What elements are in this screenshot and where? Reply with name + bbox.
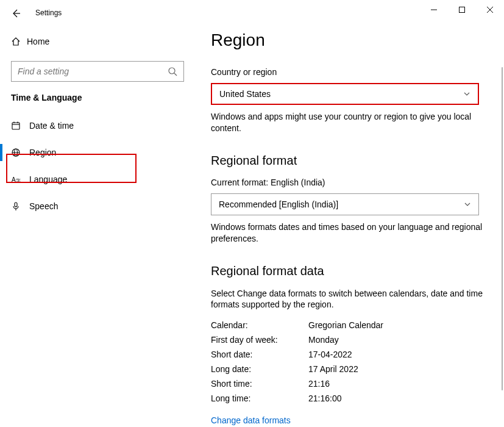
sidebar: Home Time & Language Date & time Region … [0,29,195,220]
table-row: Long date:17 April 2022 [211,362,497,376]
sidebar-item-region[interactable]: Region [0,139,195,166]
sidebar-item-date-time[interactable]: Date & time [0,112,195,139]
format-desc: Windows formats dates and times based on… [211,221,485,245]
table-row: Long time:21:16:00 [211,391,497,406]
svg-rect-1 [460,7,465,13]
table-row: Short time:21:16 [211,376,497,391]
home-label: Home [27,37,49,46]
svg-text:A: A [12,176,16,183]
search-icon [168,66,177,76]
country-label: Country or region [211,67,497,77]
svg-point-5 [169,68,175,74]
table-row: Calendar:Gregorian Calendar [211,318,497,332]
nav-label: Speech [29,201,58,211]
search-input[interactable] [18,66,168,76]
chevron-down-icon [463,90,470,98]
content-area: Region Country or region United States W… [211,30,497,427]
category-heading: Time & Language [11,93,195,102]
country-dropdown[interactable]: United States [211,83,479,105]
window-title: Settings [35,9,62,17]
globe-icon [11,148,29,157]
language-icon: A字 [11,174,29,184]
nav-label: Language [29,174,67,184]
nav-label: Region [29,148,56,157]
title-bar [0,0,504,20]
back-button[interactable] [11,9,21,18]
regional-format-heading: Regional format [211,154,497,168]
format-value: Recommended [English (India)] [219,199,338,209]
format-dropdown[interactable]: Recommended [English (India)] [211,193,479,215]
maximize-button[interactable] [448,0,476,20]
table-row: First day of week:Monday [211,332,497,347]
change-data-formats-link[interactable]: Change data formats [211,415,291,425]
nav-label: Date & time [29,121,74,131]
chevron-down-icon [464,201,471,208]
format-table: Calendar:Gregorian Calendar First day of… [211,318,497,406]
home-icon [11,37,27,46]
svg-text:字: 字 [16,178,21,184]
scrollbar-thumb[interactable] [502,67,503,390]
svg-rect-16 [15,203,17,207]
format-data-heading: Regional format data [211,264,497,278]
sidebar-item-language[interactable]: A字 Language [0,166,195,193]
table-row: Short date:17-04-2022 [211,347,497,362]
sidebar-item-speech[interactable]: Speech [0,193,195,220]
country-desc: Windows and apps might use your country … [211,111,485,134]
minimize-button[interactable] [420,0,448,20]
clock-icon [11,121,29,131]
page-title: Region [211,30,497,50]
search-input-container[interactable] [11,61,184,82]
country-value: United States [219,89,271,99]
microphone-icon [11,201,29,211]
svg-rect-7 [12,123,20,129]
home-nav[interactable]: Home [0,29,195,54]
current-format-label: Current format: English (India) [211,178,497,187]
format-data-desc: Select Change data formats to switch bet… [211,288,485,311]
svg-line-6 [174,73,177,76]
close-button[interactable] [476,0,504,20]
